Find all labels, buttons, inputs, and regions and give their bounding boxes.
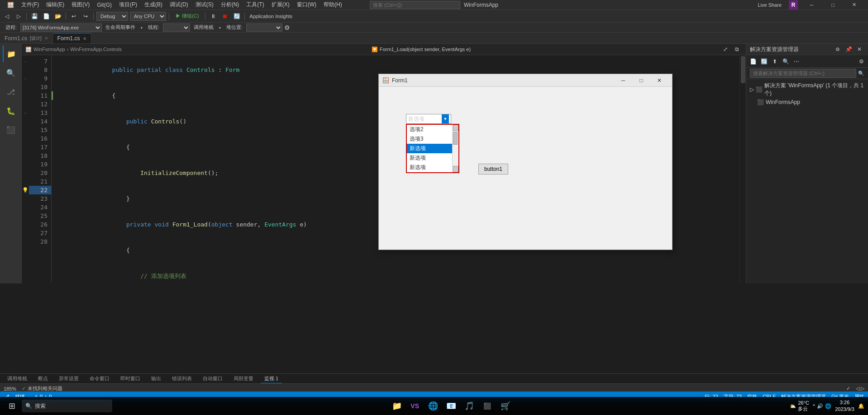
tab-form1-cs[interactable]: Form1.cs ✕ (53, 33, 91, 43)
taskbar-purple-icon[interactable]: ⬛ (479, 398, 496, 414)
combo-item-2[interactable]: 新选项 (407, 144, 458, 153)
combo-item-4[interactable]: 新选项 (407, 163, 458, 172)
combo-item-3[interactable]: 新选项 (407, 153, 458, 163)
search-act-icon[interactable]: 🔍 (3, 65, 19, 81)
taskbar-store-icon[interactable]: 🛒 (497, 398, 514, 414)
scrollbar-down-btn[interactable]: ▼ (453, 166, 458, 172)
volume-icon[interactable]: 🔊 (817, 403, 823, 409)
tab-locals[interactable]: 局部变量 (230, 374, 257, 383)
debug-config-select[interactable]: Debug (96, 12, 128, 21)
live-share-btn[interactable]: Live Share (754, 2, 785, 8)
sol-settings-btn[interactable]: ⚙ (833, 44, 843, 54)
solution-search-input[interactable] (750, 69, 856, 78)
extensions-icon[interactable]: ⬛ (3, 122, 19, 138)
form1-minimize-btn[interactable]: ─ (614, 74, 632, 87)
sol-show-all-btn[interactable]: 📄 (748, 57, 758, 66)
start-button[interactable]: ⊞ (4, 398, 20, 414)
minimize-btn[interactable]: ─ (801, 0, 822, 10)
sol-more-btn[interactable]: ⋯ (792, 57, 801, 66)
forward-btn[interactable]: ▷ (14, 11, 24, 21)
tab-close-design[interactable]: ✕ (44, 36, 48, 41)
tab-watch[interactable]: 监视 1 (261, 374, 282, 383)
open-btn[interactable]: 📂 (53, 11, 63, 21)
menu-edit[interactable]: 编辑(E) (43, 0, 68, 9)
debug-act-icon[interactable]: 🐛 (3, 103, 19, 119)
expand-editor-btn[interactable]: ⤢ (720, 44, 730, 54)
scrollbar-up-btn[interactable]: ▲ (453, 125, 458, 131)
close-btn[interactable]: ✕ (844, 0, 864, 10)
cpu-config-select[interactable]: Any CPU (130, 12, 166, 21)
stop-btn[interactable]: ⏹ (220, 11, 230, 21)
editor-vscrollbar[interactable] (739, 55, 746, 283)
combo-box[interactable]: 新选项 ▼ (406, 114, 451, 124)
maximize-btn[interactable]: □ (823, 0, 843, 10)
collapse-7[interactable]: ─ (22, 57, 29, 66)
taskbar-vs-icon[interactable]: VS (407, 398, 423, 414)
menu-view[interactable]: 视图(V) (68, 0, 93, 9)
menu-build[interactable]: 生成(B) (141, 0, 166, 9)
clock[interactable]: 3:26 2023/9/3 (835, 399, 854, 413)
collapse-13[interactable]: ─ (22, 108, 29, 117)
taskbar-edge-icon[interactable]: 🌐 (425, 398, 441, 414)
new-btn[interactable]: 📄 (41, 11, 51, 21)
menu-tools[interactable]: 工具(T) (243, 0, 267, 9)
run-btn[interactable]: ▶ 继续(C) (172, 11, 202, 21)
sol-refresh-btn[interactable]: 🔄 (759, 57, 769, 66)
thread-select[interactable] (163, 24, 190, 32)
bulb-icon[interactable]: 💡 (22, 187, 29, 193)
tree-project[interactable]: ⬛ WinFormsApp (746, 98, 868, 106)
chevron-up-icon[interactable]: ^ (813, 403, 815, 409)
tab-output[interactable]: 输出 (148, 374, 165, 383)
explorer-icon[interactable]: 📁 (3, 46, 19, 62)
combo-scrollbar[interactable]: ▲ ▼ (452, 125, 458, 172)
menu-analyze[interactable]: 分析(N) (217, 0, 243, 9)
tab-command[interactable]: 命令窗口 (86, 374, 113, 383)
split-editor-btn[interactable]: ⧉ (732, 44, 742, 54)
form1-maximize-btn[interactable]: □ (632, 74, 650, 87)
pause-btn[interactable]: ⏸ (208, 11, 218, 21)
collapse-9[interactable]: ─ (22, 74, 29, 83)
sol-close-btn[interactable]: ✕ (854, 44, 864, 54)
sol-pin-btn[interactable]: 📌 (844, 44, 854, 54)
taskbar-mail-icon[interactable]: 📧 (443, 398, 459, 414)
menu-extensions[interactable]: 扩展(X) (268, 0, 293, 9)
tree-solution[interactable]: ▷ ⬛ 解决方案 'WinFormsApp' (1 个项目，共 1 个) (746, 81, 868, 98)
git-icon[interactable]: ⎇ (3, 84, 19, 100)
network-icon[interactable]: 🌐 (825, 403, 831, 409)
back-btn[interactable]: ◁ (2, 11, 12, 21)
menu-test[interactable]: 测试(S) (192, 0, 217, 9)
tab-call-stack[interactable]: 调用堆栈 (4, 374, 31, 383)
location-select[interactable] (246, 24, 282, 32)
tab-breakpoints[interactable]: 断点 (34, 374, 52, 383)
combo-item-0[interactable]: 选项2 (407, 125, 458, 134)
undo-btn[interactable]: ↩ (69, 11, 79, 21)
sol-props-btn[interactable]: ⚙ (856, 57, 866, 66)
form1-close-btn[interactable]: ✕ (650, 74, 668, 87)
menu-debug[interactable]: 调试(D) (166, 0, 192, 9)
combo-item-1[interactable]: 选项3 (407, 134, 458, 144)
tab-immediate[interactable]: 即时窗口 (117, 374, 144, 383)
taskbar-music-icon[interactable]: 🎵 (461, 398, 477, 414)
restart-btn[interactable]: 🔄 (232, 11, 242, 21)
editor-vscroll-thumb[interactable] (741, 56, 745, 83)
tab-errors[interactable]: 错误列表 (168, 374, 196, 383)
sol-collapse-btn[interactable]: ⬆ (770, 57, 780, 66)
menu-git[interactable]: Git(G) (93, 1, 115, 9)
menu-window[interactable]: 窗口(W) (293, 0, 320, 9)
menu-project[interactable]: 项目(P) (115, 0, 141, 9)
scrollbar-thumb[interactable] (453, 132, 458, 145)
debug-settings-btn[interactable]: ⚙ (284, 24, 290, 31)
tab-form1-design[interactable]: Form1.cs [设计] ✕ (0, 33, 53, 43)
button1[interactable]: button1 (478, 164, 508, 174)
taskbar-explorer-icon[interactable]: 📁 (389, 398, 405, 414)
lifecycle-label[interactable]: 生命周期事件 (104, 24, 137, 31)
tab-exception[interactable]: 异常设置 (55, 374, 82, 383)
sol-filter-btn[interactable]: 🔍 (781, 57, 791, 66)
combo-dropdown-arrow[interactable]: ▼ (442, 114, 449, 123)
save-btn[interactable]: 💾 (29, 11, 39, 21)
redo-btn[interactable]: ↪ (81, 11, 91, 21)
tab-close-cs[interactable]: ✕ (83, 36, 86, 41)
stack-label[interactable]: 调用堆栈 (192, 24, 215, 31)
process-select[interactable]: [3176] WinFormsApp.exe (20, 24, 102, 32)
search-input[interactable] (370, 1, 460, 9)
